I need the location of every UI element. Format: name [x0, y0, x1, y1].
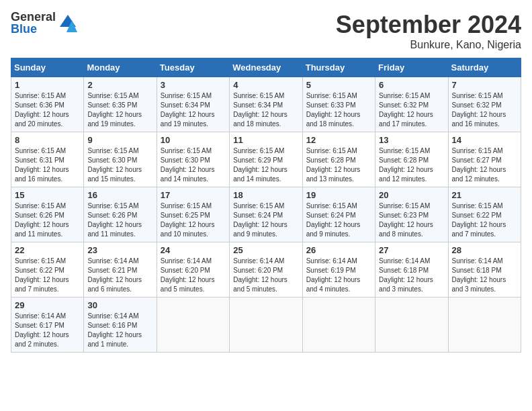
col-header-sunday: Sunday [11, 58, 84, 77]
calendar-cell: 14Sunrise: 6:15 AMSunset: 6:27 PMDayligh… [448, 132, 521, 187]
day-number: 16 [87, 190, 152, 200]
day-info: Sunrise: 6:15 AMSunset: 6:22 PMDaylight:… [15, 257, 80, 294]
day-info: Sunrise: 6:15 AMSunset: 6:31 PMDaylight:… [15, 146, 80, 184]
calendar-cell: 13Sunrise: 6:15 AMSunset: 6:28 PMDayligh… [375, 132, 448, 187]
day-number: 13 [379, 135, 444, 145]
calendar-cell: 20Sunrise: 6:15 AMSunset: 6:23 PMDayligh… [375, 187, 448, 242]
day-info: Sunrise: 6:15 AMSunset: 6:35 PMDaylight:… [87, 91, 152, 129]
calendar-cell: 7Sunrise: 6:15 AMSunset: 6:32 PMDaylight… [448, 77, 521, 132]
day-number: 5 [306, 80, 371, 90]
day-number: 15 [15, 190, 80, 200]
day-info: Sunrise: 6:14 AMSunset: 6:16 PMDaylight:… [87, 312, 152, 349]
day-info: Sunrise: 6:15 AMSunset: 6:26 PMDaylight:… [87, 201, 152, 239]
day-number: 14 [452, 135, 517, 145]
col-header-saturday: Saturday [448, 58, 521, 77]
col-header-thursday: Thursday [302, 58, 375, 77]
day-info: Sunrise: 6:15 AMSunset: 6:27 PMDaylight:… [452, 146, 517, 184]
day-info: Sunrise: 6:15 AMSunset: 6:32 PMDaylight:… [452, 91, 517, 129]
calendar-cell: 27Sunrise: 6:14 AMSunset: 6:18 PMDayligh… [375, 242, 448, 298]
calendar-cell: 5Sunrise: 6:15 AMSunset: 6:33 PMDaylight… [302, 77, 375, 132]
month-title: September 2024 [336, 11, 521, 39]
day-number: 24 [161, 245, 226, 255]
calendar-cell: 2Sunrise: 6:15 AMSunset: 6:35 PMDaylight… [84, 77, 157, 132]
day-info: Sunrise: 6:14 AMSunset: 6:21 PMDaylight:… [87, 257, 152, 294]
calendar-cell: 29Sunrise: 6:14 AMSunset: 6:17 PMDayligh… [11, 298, 84, 353]
col-header-tuesday: Tuesday [157, 58, 229, 77]
calendar-cell [375, 298, 448, 353]
day-info: Sunrise: 6:15 AMSunset: 6:30 PMDaylight:… [161, 146, 226, 184]
day-number: 17 [161, 190, 226, 200]
calendar-week-4: 22Sunrise: 6:15 AMSunset: 6:22 PMDayligh… [11, 242, 521, 298]
day-info: Sunrise: 6:15 AMSunset: 6:33 PMDaylight:… [306, 91, 371, 129]
day-number: 7 [452, 80, 517, 90]
day-number: 2 [87, 80, 152, 90]
col-header-friday: Friday [375, 58, 448, 77]
calendar-cell: 8Sunrise: 6:15 AMSunset: 6:31 PMDaylight… [11, 132, 84, 187]
day-number: 19 [306, 190, 371, 200]
day-info: Sunrise: 6:14 AMSunset: 6:20 PMDaylight:… [161, 257, 226, 294]
day-info: Sunrise: 6:15 AMSunset: 6:25 PMDaylight:… [161, 201, 226, 239]
day-number: 29 [15, 300, 80, 310]
calendar-cell: 21Sunrise: 6:15 AMSunset: 6:22 PMDayligh… [448, 187, 521, 242]
day-info: Sunrise: 6:15 AMSunset: 6:23 PMDaylight:… [379, 201, 444, 239]
calendar-week-5: 29Sunrise: 6:14 AMSunset: 6:17 PMDayligh… [11, 298, 521, 353]
day-number: 12 [306, 135, 371, 145]
calendar-body: 1Sunrise: 6:15 AMSunset: 6:36 PMDaylight… [11, 77, 521, 353]
day-info: Sunrise: 6:14 AMSunset: 6:18 PMDaylight:… [452, 257, 517, 294]
day-info: Sunrise: 6:15 AMSunset: 6:32 PMDaylight:… [379, 91, 444, 129]
calendar-cell: 16Sunrise: 6:15 AMSunset: 6:26 PMDayligh… [84, 187, 157, 242]
calendar-table: SundayMondayTuesdayWednesdayThursdayFrid… [11, 58, 521, 353]
day-number: 28 [452, 245, 517, 255]
logo-general: General [11, 11, 56, 23]
day-info: Sunrise: 6:14 AMSunset: 6:19 PMDaylight:… [306, 257, 371, 294]
day-info: Sunrise: 6:15 AMSunset: 6:28 PMDaylight:… [306, 146, 371, 184]
page-header: General Blue September 2024 Bunkure, Kan… [11, 11, 521, 51]
calendar-cell: 26Sunrise: 6:14 AMSunset: 6:19 PMDayligh… [302, 242, 375, 298]
day-number: 21 [452, 190, 517, 200]
logo-icon [58, 13, 77, 32]
calendar-cell: 3Sunrise: 6:15 AMSunset: 6:34 PMDaylight… [157, 77, 229, 132]
day-number: 11 [233, 135, 298, 145]
day-number: 26 [306, 245, 371, 255]
day-info: Sunrise: 6:14 AMSunset: 6:18 PMDaylight:… [379, 257, 444, 294]
calendar-cell: 25Sunrise: 6:14 AMSunset: 6:20 PMDayligh… [230, 242, 302, 298]
day-number: 3 [161, 80, 226, 90]
logo-text: General Blue [11, 11, 56, 35]
calendar-cell [302, 298, 375, 353]
day-number: 6 [379, 80, 444, 90]
day-info: Sunrise: 6:15 AMSunset: 6:34 PMDaylight:… [233, 91, 298, 129]
day-number: 27 [379, 245, 444, 255]
calendar-week-2: 8Sunrise: 6:15 AMSunset: 6:31 PMDaylight… [11, 132, 521, 187]
day-info: Sunrise: 6:14 AMSunset: 6:20 PMDaylight:… [233, 257, 298, 294]
calendar-cell: 1Sunrise: 6:15 AMSunset: 6:36 PMDaylight… [11, 77, 84, 132]
day-info: Sunrise: 6:15 AMSunset: 6:36 PMDaylight:… [15, 91, 80, 129]
day-number: 22 [15, 245, 80, 255]
col-header-monday: Monday [84, 58, 157, 77]
calendar-cell: 23Sunrise: 6:14 AMSunset: 6:21 PMDayligh… [84, 242, 157, 298]
day-info: Sunrise: 6:15 AMSunset: 6:24 PMDaylight:… [306, 201, 371, 239]
calendar-cell: 24Sunrise: 6:14 AMSunset: 6:20 PMDayligh… [157, 242, 229, 298]
calendar-cell: 12Sunrise: 6:15 AMSunset: 6:28 PMDayligh… [302, 132, 375, 187]
day-number: 18 [233, 190, 298, 200]
day-number: 4 [233, 80, 298, 90]
day-info: Sunrise: 6:14 AMSunset: 6:17 PMDaylight:… [15, 312, 80, 349]
calendar-cell: 4Sunrise: 6:15 AMSunset: 6:34 PMDaylight… [230, 77, 302, 132]
calendar-cell: 17Sunrise: 6:15 AMSunset: 6:25 PMDayligh… [157, 187, 229, 242]
day-info: Sunrise: 6:15 AMSunset: 6:22 PMDaylight:… [452, 201, 517, 239]
day-info: Sunrise: 6:15 AMSunset: 6:26 PMDaylight:… [15, 201, 80, 239]
day-number: 20 [379, 190, 444, 200]
calendar-cell [230, 298, 302, 353]
day-number: 1 [15, 80, 80, 90]
calendar-cell: 28Sunrise: 6:14 AMSunset: 6:18 PMDayligh… [448, 242, 521, 298]
day-info: Sunrise: 6:15 AMSunset: 6:34 PMDaylight:… [161, 91, 226, 129]
calendar-cell: 15Sunrise: 6:15 AMSunset: 6:26 PMDayligh… [11, 187, 84, 242]
logo-blue: Blue [11, 23, 56, 35]
calendar-cell: 11Sunrise: 6:15 AMSunset: 6:29 PMDayligh… [230, 132, 302, 187]
day-number: 8 [15, 135, 80, 145]
calendar-week-3: 15Sunrise: 6:15 AMSunset: 6:26 PMDayligh… [11, 187, 521, 242]
logo: General Blue [11, 11, 77, 35]
day-info: Sunrise: 6:15 AMSunset: 6:29 PMDaylight:… [233, 146, 298, 184]
calendar-cell: 9Sunrise: 6:15 AMSunset: 6:30 PMDaylight… [84, 132, 157, 187]
day-number: 10 [161, 135, 226, 145]
calendar-cell: 6Sunrise: 6:15 AMSunset: 6:32 PMDaylight… [375, 77, 448, 132]
